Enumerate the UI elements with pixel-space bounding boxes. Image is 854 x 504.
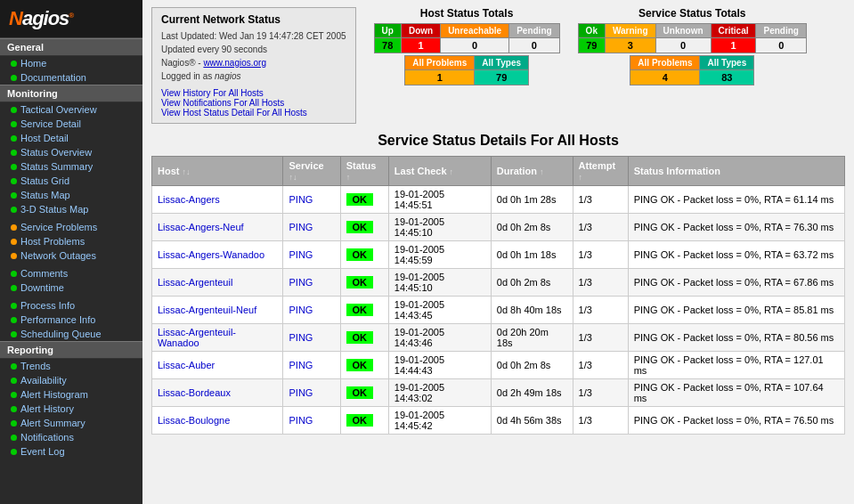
sidebar-item-notifications[interactable]: Notifications <box>0 430 142 444</box>
cell-service[interactable]: PING <box>283 407 340 435</box>
table-row: Lissac-Angers PING OK 19-01-2005 14:45:5… <box>152 186 845 214</box>
sidebar-item-scheduling-queue[interactable]: Scheduling Queue <box>0 327 142 341</box>
host-up-count[interactable]: 78 <box>374 38 401 53</box>
col-service[interactable]: Service ↑↓ <box>283 157 340 186</box>
sidebar-item-alert-histogram[interactable]: Alert Histogram <box>0 387 142 402</box>
sidebar-item-status-map[interactable]: Status Map <box>0 188 142 202</box>
service-link[interactable]: PING <box>289 360 313 370</box>
dot-icon <box>11 192 17 199</box>
service-link[interactable]: PING <box>289 194 313 205</box>
cell-last-check: 19-01-2005 14:43:45 <box>388 297 491 324</box>
sidebar-item-status-overview[interactable]: Status Overview <box>0 145 142 159</box>
host-link[interactable]: Lissac-Argenteuil-Neuf <box>158 305 256 315</box>
table-row: Lissac-Angers-Wanadoo PING OK 19-01-2005… <box>152 241 845 269</box>
dot-icon <box>11 207 17 213</box>
sidebar-item-availability[interactable]: Availability <box>0 373 142 387</box>
sidebar-item-event-log[interactable]: Event Log <box>0 444 142 459</box>
status-badge: OK <box>346 304 373 316</box>
sidebar-item-service-problems[interactable]: Service Problems <box>0 220 142 234</box>
host-link[interactable]: Lissac-Boulogne <box>158 415 230 426</box>
service-link[interactable]: PING <box>289 249 313 260</box>
sidebar-item-tactical-overview[interactable]: Tactical Overview <box>0 102 142 117</box>
host-down-count[interactable]: 1 <box>401 38 440 53</box>
host-link[interactable]: Lissac-Argenteuil <box>158 277 232 288</box>
cell-service[interactable]: PING <box>283 379 340 407</box>
host-link[interactable]: Lissac-Angers-Neuf <box>158 222 244 232</box>
host-link[interactable]: Lissac-Angers <box>158 194 220 205</box>
service-link[interactable]: PING <box>289 305 313 315</box>
sidebar-item-alert-history[interactable]: Alert History <box>0 402 142 416</box>
host-link[interactable]: Lissac-Bordeaux <box>158 387 231 398</box>
service-details-table: Host ↑↓ Service ↑↓ Status ↑ Last Check ↑ <box>151 156 845 435</box>
sidebar-item-downtime[interactable]: Downtime <box>0 280 142 295</box>
nagios-link[interactable]: www.nagios.org <box>203 58 266 68</box>
view-history-link[interactable]: View History For All Hosts <box>161 88 346 98</box>
cell-host[interactable]: Lissac-Argenteuil <box>152 269 283 297</box>
sidebar-item-comments[interactable]: Comments <box>0 266 142 280</box>
cell-host[interactable]: Lissac-Boulogne <box>152 407 283 435</box>
logo: Nagios® <box>9 7 73 29</box>
cell-host[interactable]: Lissac-Angers <box>152 186 283 214</box>
service-link[interactable]: PING <box>289 332 313 343</box>
col-attempt[interactable]: Attempt ↑ <box>573 157 628 186</box>
cell-service[interactable]: PING <box>283 241 340 269</box>
status-badge: OK <box>346 248 373 261</box>
svc-warning-count[interactable]: 3 <box>605 38 655 53</box>
sidebar-item-documentation[interactable]: Documentation <box>0 70 142 85</box>
cell-service[interactable]: PING <box>283 324 340 352</box>
service-link[interactable]: PING <box>289 277 313 288</box>
cell-attempt: 1/3 <box>573 352 628 379</box>
service-link[interactable]: PING <box>289 222 313 232</box>
col-host[interactable]: Host ↑↓ <box>152 157 283 186</box>
cell-host[interactable]: Lissac-Argenteuil-Wanadoo <box>152 324 283 352</box>
cell-host[interactable]: Lissac-Auber <box>152 352 283 379</box>
svc-all-types-count[interactable]: 83 <box>700 70 754 85</box>
service-link[interactable]: PING <box>289 387 313 398</box>
sort-lastcheck-icon: ↑ <box>450 167 454 176</box>
cell-host[interactable]: Lissac-Angers-Neuf <box>152 214 283 241</box>
sidebar-item-host-detail[interactable]: Host Detail <box>0 131 142 145</box>
host-link[interactable]: Lissac-Argenteuil-Wanadoo <box>158 327 236 348</box>
host-all-types-count[interactable]: 79 <box>475 70 529 85</box>
cell-attempt: 1/3 <box>573 214 628 241</box>
host-all-problems-count[interactable]: 1 <box>405 70 475 85</box>
col-last-check[interactable]: Last Check ↑ <box>388 157 491 186</box>
view-notifications-link[interactable]: View Notifications For All Hosts <box>161 98 346 108</box>
service-link[interactable]: PING <box>289 415 313 426</box>
dot-icon <box>11 253 17 259</box>
cell-service[interactable]: PING <box>283 269 340 297</box>
cell-service[interactable]: PING <box>283 297 340 324</box>
sidebar-item-host-problems[interactable]: Host Problems <box>0 234 142 248</box>
cell-status: OK <box>340 214 388 241</box>
sidebar-item-alert-summary[interactable]: Alert Summary <box>0 416 142 430</box>
sidebar-item-network-outages[interactable]: Network Outages <box>0 248 142 263</box>
view-host-status-link[interactable]: View Host Status Detail For All Hosts <box>161 108 346 118</box>
sidebar-item-performance-info[interactable]: Performance Info <box>0 313 142 327</box>
sidebar-item-status-grid[interactable]: Status Grid <box>0 174 142 188</box>
sidebar-item-status-summary[interactable]: Status Summary <box>0 159 142 174</box>
table-row: Lissac-Bordeaux PING OK 19-01-2005 14:43… <box>152 379 845 407</box>
sidebar-item-service-detail[interactable]: Service Detail <box>0 117 142 131</box>
cell-last-check: 19-01-2005 14:44:43 <box>388 352 491 379</box>
cell-host[interactable]: Lissac-Angers-Wanadoo <box>152 241 283 269</box>
table-row: Lissac-Argenteuil-Neuf PING OK 19-01-200… <box>152 297 845 324</box>
sidebar-item-3d-status-map[interactable]: 3-D Status Map <box>0 202 142 216</box>
sidebar-item-trends[interactable]: Trends <box>0 359 142 373</box>
cell-duration: 0d 0h 1m 18s <box>491 241 573 269</box>
dot-icon <box>11 378 17 384</box>
col-duration[interactable]: Duration ↑ <box>491 157 573 186</box>
host-link[interactable]: Lissac-Auber <box>158 360 215 370</box>
svc-ok-count[interactable]: 79 <box>578 38 605 53</box>
cell-host[interactable]: Lissac-Argenteuil-Neuf <box>152 297 283 324</box>
cell-service[interactable]: PING <box>283 352 340 379</box>
col-status[interactable]: Status ↑ <box>340 157 388 186</box>
sidebar-item-home[interactable]: Home <box>0 56 142 70</box>
cell-service[interactable]: PING <box>283 214 340 241</box>
svc-critical-count[interactable]: 1 <box>711 38 756 53</box>
cell-host[interactable]: Lissac-Bordeaux <box>152 379 283 407</box>
sidebar-item-process-info[interactable]: Process Info <box>0 298 142 313</box>
host-link[interactable]: Lissac-Angers-Wanadoo <box>158 249 264 260</box>
svc-all-problems-count[interactable]: 4 <box>630 70 700 85</box>
cell-service[interactable]: PING <box>283 186 340 214</box>
cell-last-check: 19-01-2005 14:43:46 <box>388 324 491 352</box>
